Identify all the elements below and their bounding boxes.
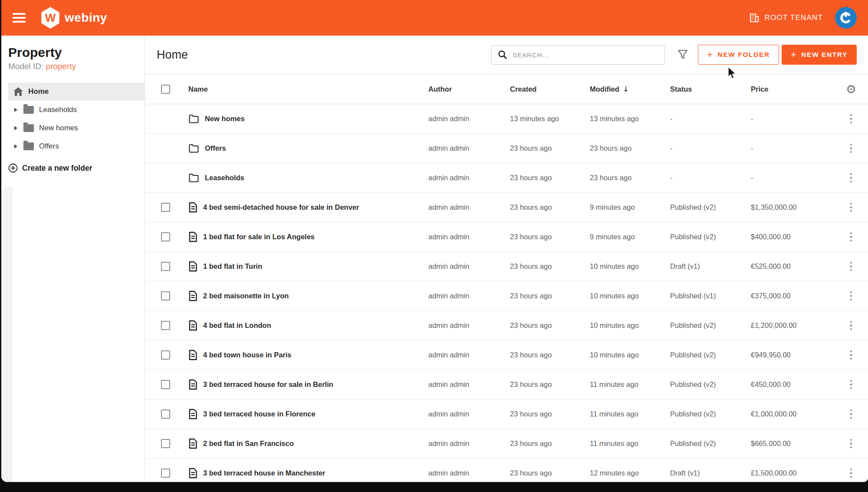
app-window: W webiny ROOT TENANT Property Model ID: … <box>1 0 868 482</box>
entry-name-link[interactable]: 4 bed semi-detached house for sale in De… <box>203 203 359 211</box>
sidebar-folder-label: Offers <box>39 142 59 151</box>
table-row[interactable]: 3 bed terraced house in Manchester admin… <box>145 459 868 482</box>
cell-author: admin admin <box>428 380 510 389</box>
table-row-folder[interactable]: Leaseholds admin admin 23 hours ago 23 h… <box>145 163 868 193</box>
table-row-folder[interactable]: Offers admin admin 23 hours ago 23 hours… <box>145 134 868 163</box>
webiny-logo[interactable]: W webiny <box>40 7 107 29</box>
entry-name-link[interactable]: 1 bed flat in Turin <box>203 262 262 271</box>
column-header-name[interactable]: Name <box>187 85 428 93</box>
row-checkbox[interactable] <box>161 380 170 389</box>
cell-created: 23 hours ago <box>510 233 590 241</box>
entry-name-link[interactable]: 1 bed flat for sale in Los Angeles <box>203 233 315 241</box>
entry-name-link[interactable]: 3 bed terraced house in Manchester <box>203 469 326 477</box>
entry-name-link[interactable]: 2 bed flat in San Francisco <box>203 439 294 448</box>
cell-created: 23 hours ago <box>510 144 590 152</box>
search-box <box>491 45 665 65</box>
entry-name-link[interactable]: 4 bed flat in London <box>203 321 271 330</box>
table-row[interactable]: 4 bed semi-detached house for sale in De… <box>145 193 868 222</box>
cell-price: €450,000.00 <box>751 380 834 389</box>
row-checkbox[interactable] <box>161 469 170 478</box>
tenant-selector[interactable]: ROOT TENANT <box>749 13 823 23</box>
cell-price: - <box>751 144 834 152</box>
user-avatar[interactable] <box>835 7 857 29</box>
entry-name-link[interactable]: Leaseholds <box>205 174 244 182</box>
column-header-author[interactable]: Author <box>428 85 510 93</box>
chevron-right-icon[interactable] <box>14 126 17 130</box>
column-header-created[interactable]: Created <box>510 85 590 93</box>
cell-status: - <box>670 144 751 152</box>
entry-name-link[interactable]: Offers <box>205 144 226 152</box>
row-actions-kebab-icon[interactable] <box>848 290 854 303</box>
row-actions-kebab-icon[interactable] <box>848 349 854 362</box>
cell-created: 23 hours ago <box>510 439 590 448</box>
table-row-folder[interactable]: New homes admin admin 13 minutes ago 13 … <box>145 104 868 134</box>
cell-price: $1,350,000.00 <box>751 203 834 211</box>
filter-funnel-icon <box>677 49 688 60</box>
table-row[interactable]: 4 bed town house in Paris admin admin 23… <box>145 340 868 370</box>
sidebar-item-home[interactable]: Home <box>8 83 145 101</box>
cell-modified: 23 hours ago <box>590 144 670 152</box>
table-row[interactable]: 1 bed flat in Turin admin admin 23 hours… <box>145 252 868 281</box>
create-folder-button[interactable]: Create a new folder <box>8 163 145 173</box>
sidebar-folder-item[interactable]: Offers <box>1 137 145 155</box>
row-checkbox[interactable] <box>161 350 170 360</box>
cell-status: Draft (v1) <box>670 469 751 477</box>
row-actions-kebab-icon[interactable] <box>848 201 854 214</box>
row-checkbox[interactable] <box>161 203 170 212</box>
cell-price: $400,000.00 <box>751 233 834 241</box>
webiny-logo-text: webiny <box>65 11 107 25</box>
document-icon <box>188 291 197 301</box>
search-input[interactable] <box>513 51 658 59</box>
model-id-link[interactable]: property <box>46 62 76 71</box>
row-actions-kebab-icon[interactable] <box>848 408 854 421</box>
select-all-checkbox[interactable] <box>161 85 170 94</box>
table-row[interactable]: 1 bed flat for sale in Los Angeles admin… <box>145 222 868 252</box>
table-row[interactable]: 3 bed terraced house for sale in Berlin … <box>145 370 868 400</box>
entry-name-link[interactable]: 3 bed terraced house in Florence <box>203 410 316 418</box>
chevron-right-icon[interactable] <box>14 144 17 149</box>
row-checkbox[interactable] <box>161 409 170 419</box>
row-actions-kebab-icon[interactable] <box>848 172 854 185</box>
row-actions-kebab-icon[interactable] <box>848 319 854 332</box>
entry-name-link[interactable]: 3 bed terraced house for sale in Berlin <box>203 380 333 389</box>
table-row[interactable]: 4 bed flat in London admin admin 23 hour… <box>145 311 868 340</box>
plus-circle-icon <box>8 163 18 173</box>
table-row[interactable]: 2 bed maisonette in Lyon admin admin 23 … <box>145 281 868 311</box>
table-row[interactable]: 3 bed terraced house in Florence admin a… <box>145 400 868 429</box>
column-header-price[interactable]: Price <box>751 85 834 93</box>
table-row[interactable]: 2 bed flat in San Francisco admin admin … <box>145 429 868 459</box>
sidebar-folder-item[interactable]: Leaseholds <box>1 101 145 119</box>
cell-author: admin admin <box>428 321 510 330</box>
main-content: Home + NEW FOLDER <box>145 36 868 482</box>
row-checkbox[interactable] <box>161 291 170 300</box>
row-checkbox[interactable] <box>161 439 170 448</box>
row-actions-kebab-icon[interactable] <box>848 260 854 273</box>
row-actions-kebab-icon[interactable] <box>848 142 854 155</box>
cell-status: Draft (v1) <box>670 262 751 271</box>
row-actions-kebab-icon[interactable] <box>848 231 854 244</box>
sidebar-folder-item[interactable]: New homes <box>1 119 145 137</box>
entry-name-link[interactable]: 4 bed town house in Paris <box>203 351 292 359</box>
chevron-right-icon[interactable] <box>14 108 17 112</box>
cell-author: admin admin <box>428 439 510 448</box>
column-header-status[interactable]: Status <box>670 85 751 93</box>
row-checkbox[interactable] <box>161 262 170 271</box>
cell-modified: 23 hours ago <box>590 174 670 182</box>
new-entry-button[interactable]: + NEW ENTRY <box>782 45 857 65</box>
column-header-modified[interactable]: Modified↓ <box>590 85 670 93</box>
new-folder-button[interactable]: + NEW FOLDER <box>698 45 779 65</box>
row-actions-kebab-icon[interactable] <box>848 112 854 125</box>
row-checkbox[interactable] <box>161 232 170 241</box>
filter-button[interactable] <box>677 49 688 60</box>
hamburger-menu-icon[interactable] <box>13 13 26 23</box>
entry-name-link[interactable]: 2 bed maisonette in Lyon <box>203 292 289 300</box>
document-icon <box>188 320 197 331</box>
entry-name-link[interactable]: New homes <box>205 115 245 123</box>
row-actions-kebab-icon[interactable] <box>848 467 854 480</box>
document-icon <box>188 468 197 479</box>
cell-author: admin admin <box>428 292 510 300</box>
row-actions-kebab-icon[interactable] <box>848 437 854 450</box>
row-actions-kebab-icon[interactable] <box>848 378 854 391</box>
table-settings-gear-icon[interactable]: ⚙ <box>846 83 856 95</box>
row-checkbox[interactable] <box>161 321 170 330</box>
